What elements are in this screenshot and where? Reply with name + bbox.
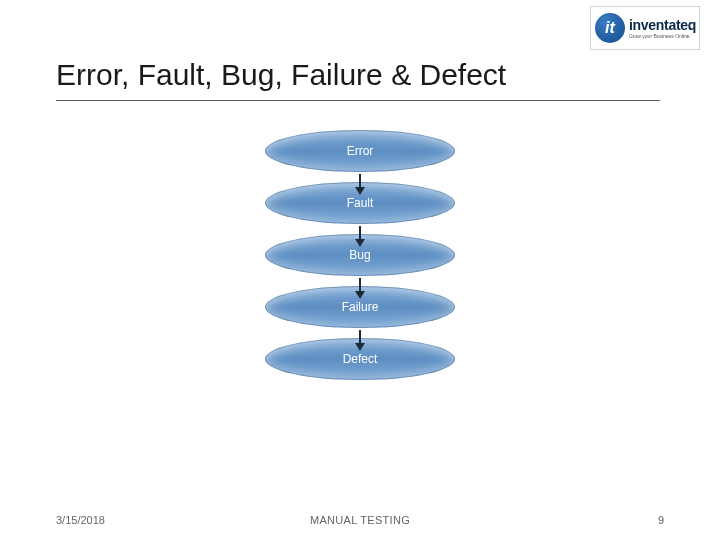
footer-title: MANUAL TESTING	[310, 514, 410, 526]
slide-title: Error, Fault, Bug, Failure & Defect	[56, 58, 506, 92]
flow-node-label: Failure	[342, 300, 379, 314]
logo-tagline: Grow your Business Online	[629, 34, 696, 39]
flow-node: Error	[265, 130, 455, 172]
flow-node-label: Error	[347, 144, 374, 158]
footer-page-number: 9	[658, 514, 664, 526]
flow-node-label: Fault	[347, 196, 374, 210]
logo-mark-letter: it	[605, 19, 615, 37]
slide-footer: 3/15/2018 MANUAL TESTING 9	[0, 514, 720, 526]
flow-diagram: Error Fault Bug Failure Defect	[0, 130, 720, 380]
title-underline	[56, 100, 660, 101]
logo-mark-icon: it	[595, 13, 625, 43]
flow-node-label: Defect	[343, 352, 378, 366]
flow-node-label: Bug	[349, 248, 370, 262]
footer-date: 3/15/2018	[56, 514, 105, 526]
logo-wordmark: inventateq	[629, 18, 696, 32]
logo-text: inventateq Grow your Business Online	[629, 18, 696, 39]
brand-logo: it inventateq Grow your Business Online	[590, 6, 700, 50]
